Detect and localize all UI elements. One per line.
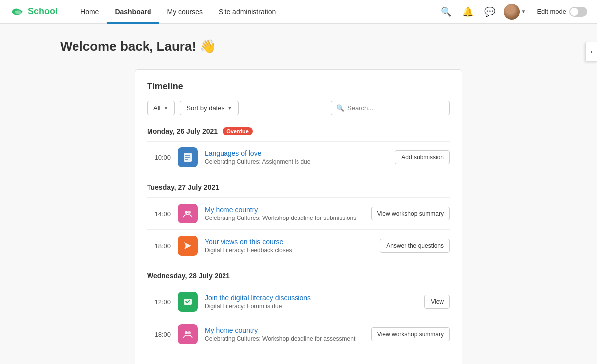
avatar [504,4,520,20]
edit-mode-label: Edit mode [537,8,566,15]
item-time: 14:00 [147,210,171,218]
date-label-1: Tuesday, 27 July 2021 [147,183,219,191]
item-icon-pink [178,324,198,344]
date-label-2: Wednesday, 28 July 2021 [147,272,230,280]
item-title-link[interactable]: Languages of love [205,149,261,157]
table-row: 18:00My home countryCelebrating Cultures… [147,318,450,350]
timeline-title: Timeline [147,81,450,92]
edit-mode-control: Edit mode [537,7,587,17]
item-action-button[interactable]: View workshop summary [371,207,450,220]
item-description: Celebrating Cultures: Assignment is due [205,158,388,165]
item-description: Digital Literacy: Forum is due [205,303,417,310]
main-content: Welcome back, Laura! 👋 Timeline All ▼ So… [50,24,547,364]
date-section-0: Monday, 26 July 2021Overdue10:00Language… [147,127,450,173]
timeline-dates: Monday, 26 July 2021Overdue10:00Language… [147,127,450,350]
user-avatar-menu[interactable]: ▼ [504,4,526,20]
welcome-title: Welcome back, Laura! 👋 [60,39,537,54]
svg-point-9 [188,331,191,334]
overdue-badge: Overdue [223,127,253,135]
item-info: Languages of loveCelebrating Cultures: A… [205,149,388,165]
date-label-0: Monday, 26 July 2021 [147,127,218,135]
item-time: 10:00 [147,154,171,161]
date-header-2: Wednesday, 28 July 2021 [147,272,450,280]
timeline-card: Timeline All ▼ Sort by dates ▼ 🔍 Monday,… [135,69,462,364]
item-time: 18:00 [147,242,171,250]
item-title-link[interactable]: Your views on this course [205,238,283,246]
item-time: 12:00 [147,298,171,306]
filter-all-caret: ▼ [163,105,168,111]
search-wrap: 🔍 [331,101,450,115]
item-info: Join the digital literacy discussionsDig… [205,294,417,310]
search-icon: 🔍 [336,104,344,112]
timeline-filters: All ▼ Sort by dates ▼ 🔍 [147,101,450,115]
navbar: School Home Dashboard My courses Site ad… [0,0,597,24]
nav-my-courses[interactable]: My courses [159,0,211,24]
svg-point-8 [185,331,188,334]
table-row: 10:00Languages of loveCelebrating Cultur… [147,141,450,173]
item-description: Digital Literacy: Feedback closes [205,247,373,254]
date-header-1: Tuesday, 27 July 2021 [147,183,450,191]
notifications-button[interactable]: 🔔 [460,4,476,20]
site-logo[interactable]: School [10,6,58,17]
nav-icons: 🔍 🔔 💬 ▼ Edit mode [438,4,587,20]
avatar-image [504,4,520,20]
item-description: Celebrating Cultures: Workshop deadline … [205,215,364,221]
filter-all-label: All [153,104,160,112]
table-row: 14:00My home countryCelebrating Cultures… [147,197,450,229]
filter-sort-caret: ▼ [227,105,232,111]
item-title-link[interactable]: Join the digital literacy discussions [205,294,311,302]
date-header-0: Monday, 26 July 2021Overdue [147,127,450,135]
date-section-1: Tuesday, 27 July 202114:00My home countr… [147,183,450,262]
search-input[interactable] [347,104,445,112]
logo-icon [10,7,26,17]
date-section-2: Wednesday, 28 July 202112:00Join the dig… [147,272,450,350]
avatar-dropdown-icon: ▼ [522,9,526,14]
item-description: Celebrating Cultures: Workshop deadline … [205,335,364,342]
item-icon-pink [178,204,198,223]
item-info: Your views on this courseDigital Literac… [205,238,373,254]
svg-point-4 [185,211,188,214]
filter-sort-label: Sort by dates [186,104,224,112]
item-action-button[interactable]: View workshop summary [371,327,450,341]
svg-point-5 [188,211,191,214]
sidebar-toggle-button[interactable]: ‹ [585,42,597,62]
item-action-button[interactable]: Add submission [395,150,450,164]
filter-sort-button[interactable]: Sort by dates ▼ [180,101,239,115]
edit-mode-toggle[interactable] [569,7,587,17]
item-action-button[interactable]: View [424,295,450,309]
item-icon-orange [178,236,198,256]
svg-marker-6 [184,242,191,249]
filter-all-button[interactable]: All ▼ [147,101,175,115]
nav-dashboard[interactable]: Dashboard [107,0,159,24]
chevron-left-icon: ‹ [591,48,593,55]
nav-home[interactable]: Home [73,0,107,24]
site-name: School [28,6,58,17]
nav-links: Home Dashboard My courses Site administr… [73,0,438,24]
item-info: My home countryCelebrating Cultures: Wor… [205,326,364,342]
table-row: 12:00Join the digital literacy discussio… [147,286,450,318]
item-icon-blue [178,147,198,167]
nav-site-administration[interactable]: Site administration [211,0,284,24]
item-title-link[interactable]: My home country [205,326,258,334]
item-title-link[interactable]: My home country [205,206,258,214]
table-row: 18:00Your views on this courseDigital Li… [147,229,450,262]
item-action-button[interactable]: Answer the questions [380,239,450,253]
item-info: My home countryCelebrating Cultures: Wor… [205,206,364,221]
messages-button[interactable]: 💬 [482,4,498,20]
item-time: 18:00 [147,331,171,338]
item-icon-green [178,292,198,312]
search-button[interactable]: 🔍 [438,4,454,20]
